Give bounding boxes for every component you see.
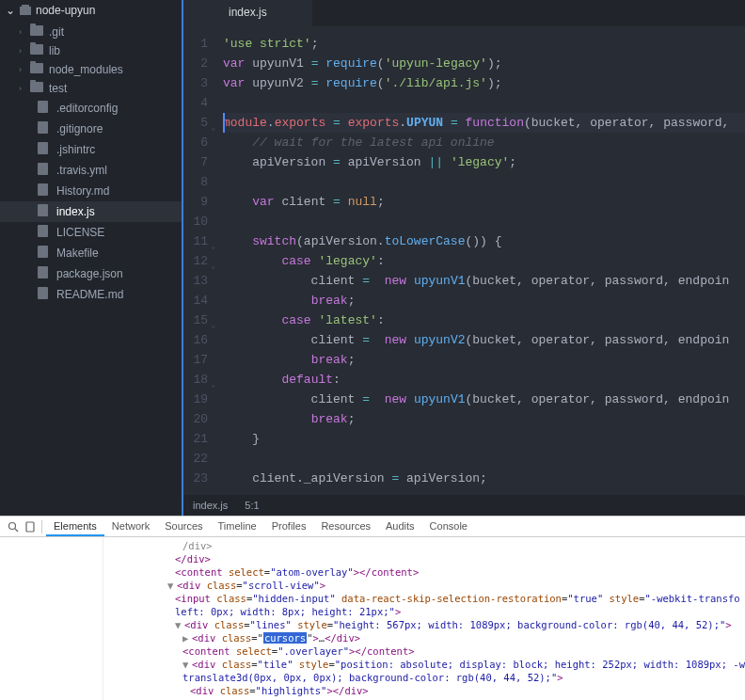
file-.gitignore[interactable]: .gitignore — [0, 119, 182, 139]
code-line-22[interactable] — [223, 449, 745, 469]
search-icon[interactable] — [6, 519, 21, 534]
code-line-12[interactable]: case 'legacy': — [223, 251, 745, 271]
file-tree-sidebar[interactable]: ⌄ node-upyun ›.git›lib›node_modules›test… — [0, 0, 183, 516]
devtools-toolbar: ElementsNetworkSourcesTimelineProfilesRe… — [0, 517, 745, 537]
file-Makefile[interactable]: Makefile — [0, 243, 182, 263]
dom-node[interactable]: left: 0px; width: 8px; height: 21px;"> — [107, 605, 741, 618]
code-line-4[interactable] — [223, 93, 745, 113]
svg-point-2 — [9, 522, 16, 529]
folder-node_modules[interactable]: ›node_modules — [0, 60, 182, 79]
dom-node[interactable]: translate3d(0px, 0px, 0px); background-c… — [107, 671, 741, 684]
file-LICENSE[interactable]: LICENSE — [0, 222, 182, 243]
dom-node[interactable]: ▼<div class="lines" style="height: 567px… — [107, 618, 741, 631]
dom-node[interactable]: </div> — [107, 552, 741, 565]
status-cursor-pos: 5:1 — [245, 500, 259, 511]
chevron-down-icon: ⌄ — [6, 4, 15, 17]
code-line-21[interactable]: } — [223, 429, 745, 449]
code-line-13[interactable]: client = new upyunV1(bucket, operator, p… — [223, 271, 745, 291]
dom-node[interactable]: ▼<div class="tile" style="position: abso… — [107, 658, 741, 671]
dom-node[interactable]: ▼<div class="scroll-view"> — [107, 579, 741, 592]
code-line-10[interactable] — [223, 212, 745, 231]
devtools-tab-console[interactable]: Console — [422, 517, 475, 536]
code-line-19[interactable]: client = new upyunV1(bucket, operator, p… — [223, 390, 745, 409]
dom-node[interactable]: <input class="hidden-input" data-react-s… — [107, 592, 741, 605]
code-line-5[interactable]: module.exports = exports.UPYUN = functio… — [223, 113, 745, 133]
file-package.json[interactable]: package.json — [0, 263, 182, 284]
code-line-14[interactable]: break; — [223, 291, 745, 310]
folder-lib[interactable]: ›lib — [0, 41, 182, 60]
file-.editorconfig[interactable]: .editorconfig — [0, 98, 182, 119]
dom-node[interactable]: /div> — [107, 539, 741, 552]
code-line-20[interactable]: break; — [223, 409, 745, 429]
device-icon[interactable] — [23, 519, 38, 534]
svg-rect-0 — [20, 7, 31, 15]
file-.jshintrc[interactable]: .jshintrc — [0, 139, 182, 160]
code-line-23[interactable]: client._apiVersion = apiVersion; — [223, 469, 745, 488]
code-line-15[interactable]: case 'latest': — [223, 310, 745, 330]
code-line-9[interactable]: var client = null; — [223, 192, 745, 212]
devtools-tab-timeline[interactable]: Timeline — [211, 517, 264, 536]
folder-test[interactable]: ›test — [0, 79, 182, 98]
project-name: node-upyun — [36, 4, 95, 17]
code-line-8[interactable] — [223, 172, 745, 192]
code-line-17[interactable]: break; — [223, 350, 745, 370]
devtools-tab-sources[interactable]: Sources — [157, 517, 210, 536]
dom-node[interactable]: <content select="atom-overlay"></content… — [107, 565, 741, 579]
svg-rect-4 — [26, 522, 34, 532]
dom-node[interactable]: <content select=".overlayer"></content> — [107, 644, 741, 658]
code-line-2[interactable]: var upyunV1 = require('upyun-legacy'); — [223, 54, 745, 73]
fold-icon[interactable]: ⌄ — [211, 315, 215, 335]
status-filename: index.js — [193, 500, 228, 511]
code-line-7[interactable]: apiVersion = apiVersion || 'legacy'; — [223, 152, 745, 172]
code-editor[interactable]: 'use strict';var upyunV1 = require('upyu… — [215, 26, 745, 495]
tab-index-js[interactable]: index.js — [183, 0, 312, 26]
code-line-1[interactable]: 'use strict'; — [223, 34, 745, 54]
chevron-right-icon: › — [19, 27, 30, 37]
expand-icon[interactable]: ▶ — [182, 631, 192, 644]
project-root[interactable]: ⌄ node-upyun — [0, 0, 182, 21]
dom-node[interactable]: <div class="highlights"></div> — [107, 684, 741, 697]
devtools-elements-tree[interactable]: /div></div><content select="atom-overlay… — [103, 537, 745, 700]
svg-line-3 — [15, 529, 18, 532]
line-gutter: 12345⌄67891011⌄12⌄131415⌄161718⌄19202122… — [183, 26, 215, 495]
devtools-panel: ElementsNetworkSourcesTimelineProfilesRe… — [0, 516, 745, 700]
file-README.md[interactable]: README.md — [0, 284, 182, 305]
dom-node[interactable]: ▶<div class="cursors">…</div> — [107, 631, 741, 644]
code-line-18[interactable]: default: — [223, 370, 745, 390]
expand-icon[interactable]: ▼ — [167, 579, 177, 592]
fold-icon[interactable]: ⌄ — [211, 256, 215, 276]
code-line-3[interactable]: var upyunV2 = require('./lib/api.js'); — [223, 73, 745, 93]
fold-icon[interactable]: ⌄ — [211, 236, 215, 256]
file-index.js[interactable]: index.js — [0, 201, 182, 222]
folder-.git[interactable]: ›.git — [0, 23, 182, 41]
code-line-6[interactable]: // wait for the latest api online — [223, 133, 745, 152]
devtools-tab-network[interactable]: Network — [104, 517, 157, 536]
devtools-sidebar — [0, 537, 103, 700]
expand-icon[interactable]: ▼ — [182, 658, 192, 671]
code-line-11[interactable]: switch(apiVersion.toLowerCase()) { — [223, 231, 745, 251]
chevron-right-icon: › — [19, 84, 30, 93]
devtools-tab-profiles[interactable]: Profiles — [264, 517, 314, 536]
file-History.md[interactable]: History.md — [0, 181, 182, 201]
expand-icon[interactable]: ▼ — [175, 618, 184, 631]
fold-icon[interactable]: ⌄ — [211, 118, 215, 137]
code-line-16[interactable]: client = new upyunV2(bucket, operator, p… — [223, 330, 745, 350]
editor-tabs: index.js — [183, 0, 745, 26]
devtools-tab-resources[interactable]: Resources — [313, 517, 378, 536]
file-.travis.yml[interactable]: .travis.yml — [0, 160, 182, 181]
chevron-right-icon: › — [19, 46, 30, 56]
chevron-right-icon: › — [19, 65, 30, 74]
svg-rect-1 — [22, 5, 29, 8]
devtools-tab-elements[interactable]: Elements — [46, 517, 104, 536]
status-bar: index.js 5:1 — [183, 495, 745, 516]
fold-icon[interactable]: ⌄ — [211, 374, 215, 394]
devtools-tab-audits[interactable]: Audits — [378, 517, 422, 536]
